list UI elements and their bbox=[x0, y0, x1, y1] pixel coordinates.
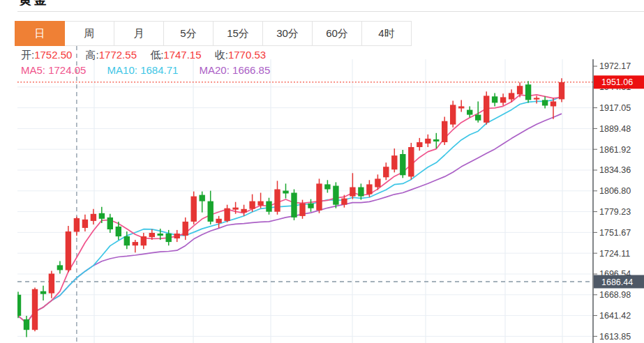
ohlc-open-label: 开: bbox=[21, 49, 34, 61]
ohlc-open: 开:1752.50 bbox=[21, 49, 72, 61]
candle-body bbox=[32, 289, 38, 330]
y-axis-label: 1972.17 bbox=[599, 61, 631, 71]
tab-monthly[interactable]: 月 bbox=[114, 21, 164, 46]
y-axis-label: 1779.23 bbox=[599, 207, 631, 217]
ohlc-high-label: 高: bbox=[86, 49, 99, 61]
ma20-label: MA20: bbox=[200, 64, 230, 76]
y-axis-label: 1917.05 bbox=[599, 103, 631, 113]
candle-body bbox=[500, 97, 506, 102]
candle-body bbox=[183, 222, 188, 236]
y-axis-label: 1861.92 bbox=[599, 145, 631, 155]
candle-body bbox=[475, 115, 481, 121]
candle-body bbox=[341, 199, 347, 205]
ma5-label: MA5: bbox=[21, 64, 45, 76]
candle-body bbox=[542, 100, 548, 105]
candle-body bbox=[99, 213, 105, 219]
candle-body bbox=[391, 155, 397, 169]
tab-4hour[interactable]: 4时 bbox=[361, 21, 412, 46]
y-axis-label: 1641.42 bbox=[599, 311, 631, 321]
candle-body bbox=[316, 183, 322, 210]
y-axis-label: 1834.36 bbox=[599, 165, 631, 175]
candle-body bbox=[551, 102, 556, 107]
current-price-badge: 1951.06 bbox=[594, 75, 644, 89]
candle-body bbox=[149, 233, 155, 237]
period-tabbar: 日 周 月 5分 15分 30分 60分 4时 bbox=[15, 21, 412, 46]
candle-body bbox=[133, 242, 138, 245]
ma20-value: 1666.85 bbox=[232, 64, 270, 76]
tab-30min[interactable]: 30分 bbox=[262, 21, 313, 46]
candle-body bbox=[450, 105, 456, 124]
candle-body bbox=[191, 197, 197, 222]
candle-body bbox=[249, 201, 255, 209]
candle-body bbox=[358, 188, 364, 197]
candle-body bbox=[458, 107, 464, 109]
ohlc-high: 高:1772.55 bbox=[86, 49, 137, 61]
ma20-readout: MA20: 1666.85 bbox=[200, 64, 271, 76]
candle-body bbox=[116, 227, 121, 236]
candle-body bbox=[442, 121, 447, 142]
candle-body bbox=[91, 214, 96, 221]
page-title: 黄金 bbox=[19, 0, 103, 6]
candle-body bbox=[82, 220, 88, 228]
candle-body bbox=[408, 147, 414, 176]
candle-body bbox=[400, 154, 405, 175]
candle-body bbox=[274, 190, 280, 212]
candle-body bbox=[350, 188, 355, 197]
ma10-readout: MA10: 1684.71 bbox=[107, 64, 179, 76]
candle-body bbox=[166, 234, 172, 242]
y-axis-label: 1806.80 bbox=[599, 186, 631, 196]
ohlc-close-value: 1770.53 bbox=[228, 49, 266, 61]
y-axis-label: 1751.67 bbox=[599, 228, 631, 238]
candle-body bbox=[433, 139, 439, 142]
candle-body bbox=[366, 184, 372, 194]
tab-daily[interactable]: 日 bbox=[15, 21, 65, 46]
tab-60min[interactable]: 60分 bbox=[312, 21, 362, 46]
candle-body bbox=[40, 291, 46, 294]
y-axis-label: 1724.11 bbox=[599, 249, 630, 259]
candle-body bbox=[525, 84, 531, 100]
ohlc-low-value: 1747.15 bbox=[163, 49, 201, 61]
candle-body bbox=[492, 96, 497, 102]
header-divider bbox=[17, 11, 644, 12]
y-axis-label: 1889.48 bbox=[599, 124, 631, 134]
tab-5min[interactable]: 5分 bbox=[163, 21, 214, 46]
candle-body bbox=[124, 236, 130, 245]
candle-body bbox=[15, 295, 21, 316]
candle-body bbox=[141, 236, 147, 245]
candle-body bbox=[324, 184, 330, 189]
candle-body bbox=[200, 195, 205, 201]
ma10-label: MA10: bbox=[107, 64, 137, 76]
candle-body bbox=[517, 86, 523, 94]
candle-body bbox=[174, 234, 180, 238]
candle-body bbox=[57, 265, 63, 270]
svg-text:1951.06: 1951.06 bbox=[601, 77, 633, 87]
crosshair-price-badge: 1686.44 bbox=[594, 275, 644, 289]
ohlc-close: 收:1770.53 bbox=[215, 49, 266, 61]
ohlc-low-label: 低: bbox=[150, 49, 163, 61]
candle-body bbox=[484, 96, 489, 122]
ma-readout: MA5: 1724.05 MA10: 1684.71 MA20: 1666.85 bbox=[21, 64, 288, 76]
candle-body bbox=[49, 274, 54, 294]
candle-body bbox=[241, 209, 246, 213]
candle-body bbox=[417, 142, 422, 147]
ohlc-open-value: 1752.50 bbox=[34, 49, 72, 61]
candle-body bbox=[375, 178, 380, 187]
ohlc-high-value: 1772.55 bbox=[99, 49, 137, 61]
candle-body bbox=[559, 82, 564, 99]
candle-body bbox=[224, 208, 230, 221]
ma10-value: 1684.71 bbox=[140, 64, 178, 76]
ma10-line bbox=[18, 96, 562, 323]
candle-body bbox=[383, 167, 389, 177]
candle-body bbox=[308, 204, 313, 208]
candle-body bbox=[257, 201, 263, 206]
y-axis-label: 1668.98 bbox=[599, 290, 631, 300]
tab-15min[interactable]: 15分 bbox=[213, 21, 263, 46]
candle-body bbox=[509, 93, 514, 99]
tab-weekly[interactable]: 周 bbox=[64, 21, 114, 46]
candle-body bbox=[266, 201, 271, 212]
ohlc-readout: 开:1752.50 高:1772.55 低:1747.15 收:1770.53 bbox=[21, 49, 276, 62]
ma5-readout: MA5: 1724.05 bbox=[21, 64, 86, 76]
page-title-text: 黄金 bbox=[19, 0, 103, 6]
candle-body bbox=[232, 208, 238, 210]
candle-body bbox=[74, 218, 80, 232]
